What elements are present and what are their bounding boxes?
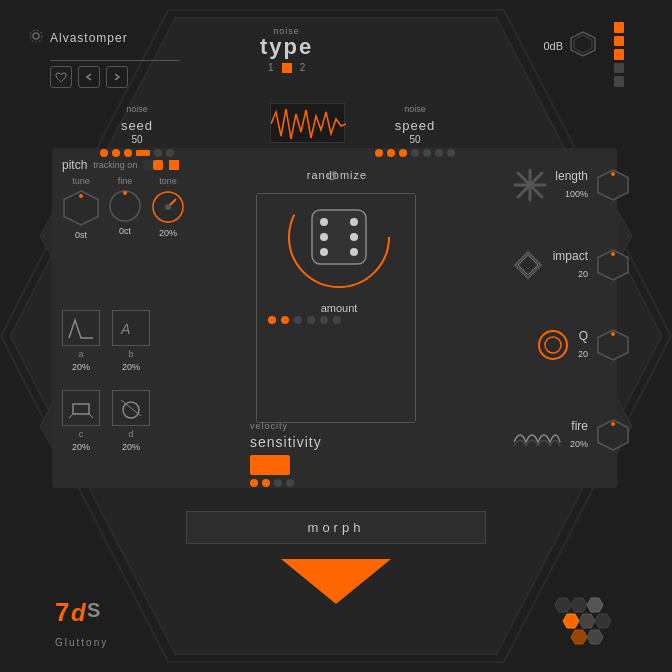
noise-speed-title: speed — [395, 118, 435, 133]
logo-text: 7 d S — [55, 593, 115, 632]
randomize-circle[interactable] — [284, 182, 394, 292]
tracking-indicator — [169, 160, 179, 170]
svg-point-15 — [165, 204, 171, 210]
morph-button[interactable]: morph — [186, 511, 486, 544]
fine-knob-group: fine 0ct — [108, 176, 142, 236]
svg-marker-47 — [579, 614, 595, 628]
svg-text:7: 7 — [55, 597, 69, 627]
length-text: length 100% — [555, 169, 588, 201]
fire-param: fire 20% — [512, 418, 630, 452]
env-d-shape[interactable] — [112, 390, 150, 426]
waveform-svg — [271, 104, 346, 144]
length-param: length 100% — [513, 168, 630, 202]
velocity-thumb[interactable] — [250, 455, 290, 475]
seed-slider-thumb[interactable] — [136, 150, 150, 156]
randomize-circle-container[interactable]: ↺ — [284, 182, 394, 296]
env-d-label: d — [128, 429, 133, 439]
svg-point-39 — [611, 422, 615, 426]
vdot-1 — [250, 479, 258, 487]
noise-seed-section: noise seed 50 — [100, 98, 174, 157]
volume-bars[interactable] — [614, 22, 624, 87]
velocity-slider[interactable] — [250, 455, 420, 475]
seed-dot-2 — [112, 149, 120, 157]
svg-text:A: A — [120, 321, 130, 337]
vdot-4 — [286, 479, 294, 487]
noise-speed-section: noise speed 50 — [375, 98, 455, 157]
impact-param: impact 20 — [511, 248, 630, 282]
env-d-group: d 20% — [112, 390, 150, 452]
db-display[interactable]: 0dB — [543, 30, 597, 62]
noise-type-buttons[interactable]: 1 2 — [260, 62, 313, 73]
impact-knob[interactable] — [596, 248, 630, 282]
header-icons[interactable] — [50, 66, 128, 88]
svg-rect-17 — [73, 404, 89, 414]
tone-knob[interactable] — [150, 189, 186, 225]
db-knob[interactable] — [569, 30, 597, 58]
fire-text: fire 20% — [570, 419, 588, 451]
length-value: 100% — [565, 189, 588, 199]
hex-container: Alvastomper noise type 1 2 0dB — [0, 0, 672, 672]
env-c-shape[interactable] — [62, 390, 100, 426]
back-icon[interactable] — [78, 66, 100, 88]
fine-knob[interactable] — [108, 189, 142, 223]
db-value: 0dB — [543, 40, 563, 52]
heart-icon[interactable] — [50, 66, 72, 88]
tone-knob-group: tone 20% — [150, 176, 186, 238]
forward-icon[interactable] — [106, 66, 128, 88]
tune-value: 0st — [75, 230, 87, 240]
pitch-knobs-row: tune 0st fine 0ct tone — [62, 176, 186, 240]
logo-subtitle: Gluttony — [55, 637, 108, 648]
env-b-shape[interactable]: A — [112, 310, 150, 346]
q-label: Q — [578, 329, 588, 343]
fine-value: 0ct — [119, 226, 131, 236]
amt-dot-4 — [307, 316, 315, 324]
brand-name: Alvastomper — [50, 28, 128, 46]
seed-dot-4 — [154, 149, 162, 157]
noise-seed-label: noise — [126, 104, 148, 114]
noise-btn-2[interactable]: 2 — [300, 62, 306, 73]
svg-point-13 — [123, 191, 127, 195]
vdot-2 — [262, 479, 270, 487]
q-knob[interactable] — [596, 328, 630, 362]
amt-dot-6 — [333, 316, 341, 324]
seed-dot-1 — [100, 149, 108, 157]
settings-icon[interactable] — [28, 28, 44, 48]
env-ab-row: a 20% A b 20% — [62, 310, 150, 372]
svg-marker-48 — [595, 614, 611, 628]
db-knob-container[interactable] — [569, 30, 597, 62]
pitch-title: pitch — [62, 158, 87, 172]
noise-seed-slider[interactable] — [100, 149, 174, 157]
hex-pattern — [549, 596, 617, 650]
fire-value: 20% — [570, 439, 588, 449]
noise-btn-1[interactable]: 1 — [268, 62, 274, 73]
tune-knob[interactable] — [62, 189, 100, 227]
speed-dot-1 — [375, 149, 383, 157]
speed-dot-4 — [411, 149, 419, 157]
refresh-icon[interactable]: ↺ — [326, 168, 338, 184]
noise-speed-value: 50 — [375, 134, 455, 145]
amount-label: amount — [321, 302, 358, 314]
svg-marker-44 — [571, 598, 587, 612]
impact-label: impact — [553, 249, 588, 263]
velocity-dots[interactable] — [250, 479, 420, 487]
morph-section[interactable]: morph — [186, 511, 486, 544]
envelope-ab-section: a 20% A b 20% — [62, 310, 150, 372]
vol-bar-5 — [614, 76, 624, 87]
env-a-shape[interactable] — [62, 310, 100, 346]
tracking-toggle[interactable] — [143, 160, 163, 170]
impact-diamond-svg — [513, 250, 543, 280]
impact-text: impact 20 — [553, 249, 588, 281]
tune-knob-group: tune 0st — [62, 176, 100, 240]
length-knob[interactable] — [596, 168, 630, 202]
svg-point-26 — [320, 233, 328, 241]
env-b-group: A b 20% — [112, 310, 150, 372]
svg-line-19 — [89, 414, 93, 418]
amt-dot-2 — [281, 316, 289, 324]
svg-line-18 — [69, 414, 73, 418]
amt-dot-5 — [320, 316, 328, 324]
svg-point-25 — [350, 218, 358, 226]
waveform-display — [270, 103, 345, 143]
fire-knob[interactable] — [596, 418, 630, 452]
amount-dots[interactable] — [268, 316, 341, 324]
noise-speed-slider[interactable] — [375, 149, 455, 157]
